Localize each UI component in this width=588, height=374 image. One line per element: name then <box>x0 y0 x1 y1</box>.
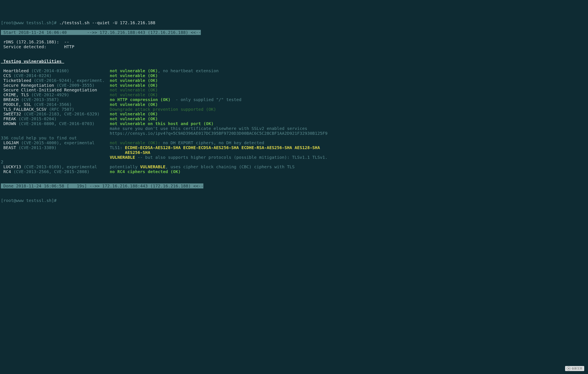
vuln-sweet32: SWEET32 (CVE-2016-2183, CVE-2016-6329) n… <box>1 111 158 116</box>
vuln-crime: CRIME, TLS (CVE-2012-4929) not vulnerabl… <box>1 92 158 97</box>
prompt-line: [root@www testssl.sh]# <box>1 20 59 25</box>
vuln-fallback-scsv: TLS_FALLBACK_SCSV (RFC 7507) Downgrade a… <box>1 107 216 112</box>
vuln-secure-renegotiation: Secure Renegotiation (CVE-2009-3555) not… <box>1 83 158 88</box>
vuln-ccs: CCS (CVE-2014-0224) not vulnerable (OK) <box>1 73 158 78</box>
vuln-beast-vulnerable: VULNERABLE -- but also supports higher p… <box>1 155 327 160</box>
drown-note-1: make sure you don't use this certificate… <box>1 126 307 131</box>
service-line: Service detected: HTTP <box>1 44 74 49</box>
vuln-drown: DROWN (CVE-2016-0800, CVE-2016-0703) not… <box>1 121 213 126</box>
vuln-freak: FREAK (CVE-2015-0204) not vulnerable (OK… <box>1 116 158 121</box>
vuln-lucky13: LUCKY13 (CVE-2013-0169), experimental po… <box>1 164 295 169</box>
start-banner: Start 2018-11-24 16:06:40 -->> 172.16.21… <box>1 30 201 35</box>
vuln-beast: BEAST (CVE-2011-3389) TLS1: ECDHE-ECDSA-… <box>1 145 320 150</box>
watermark-badge: ✕ 创新互联 <box>565 366 584 371</box>
vuln-logjam: LOGJAM (CVE-2015-4000), experimental not… <box>1 140 264 145</box>
drown-note-2: https://censys.io/ipv4?q=5C9AD396AE017DC… <box>1 131 327 136</box>
vuln-rc4: RC4 (CVE-2013-2566, CVE-2015-2808) no RC… <box>1 169 181 174</box>
vuln-ticketbleed: Ticketbleed (CVE-2016-9244), experiment.… <box>1 78 158 83</box>
vuln-client-renegotiation: Secure Client-Initiated Renegotiation no… <box>1 88 158 92</box>
vuln-breach: BREACH (CVE-2013-3587) no HTTP compressi… <box>1 97 242 102</box>
section-header: Testing vulnerabilities <box>1 59 64 64</box>
drown-note-wrap: 336 could help you to find out <box>1 135 77 141</box>
vuln-heartbleed: Heartbleed (CVE-2014-0160) not vulnerabl… <box>1 68 219 73</box>
watermark-text: 创新互联 <box>572 367 583 370</box>
done-banner: Done 2018-11-24 16:06:58 [ 19s] -->> 172… <box>1 183 203 188</box>
vuln-beast-wrap: 2 <box>1 159 3 165</box>
prompt-end: [root@www testssl.sh]# <box>1 198 59 203</box>
rdns-line: rDNS (172.16.216.188): -- <box>1 39 69 44</box>
vuln-poodle: POODLE, SSL (CVE-2014-3566) not vulnerab… <box>1 102 158 107</box>
vuln-beast-ciphers2: AES256-SHA <box>1 150 150 155</box>
watermark-logo-icon: ✕ <box>567 367 571 370</box>
command-text: ./testssl.sh --quiet -U 172.16.216.188 <box>59 20 155 25</box>
terminal-output: [root@www testssl.sh]# ./testssl.sh --qu… <box>1 21 587 203</box>
